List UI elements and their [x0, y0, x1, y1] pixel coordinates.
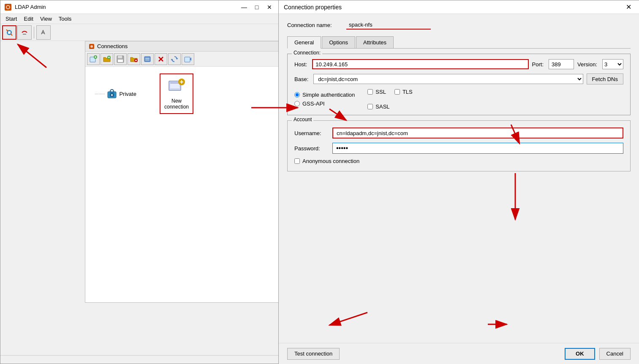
- tab-attributes[interactable]: Attributes: [356, 36, 394, 48]
- dialog-title: Connection properties: [284, 4, 623, 11]
- host-port-row: Host: Port: Version: 3 2: [294, 59, 623, 69]
- simple-auth-radio-input[interactable]: [294, 92, 300, 98]
- conn-save-button[interactable]: [114, 53, 127, 65]
- tls-checkbox[interactable]: TLS: [394, 89, 413, 95]
- ssl-checkbox-input[interactable]: [367, 89, 373, 95]
- host-label: Host:: [294, 61, 307, 68]
- main-title-bar: LDAP Admin — □ ✕: [0, 0, 278, 14]
- disconnect-button[interactable]: [17, 25, 32, 40]
- app-icon: [4, 3, 12, 11]
- username-row: Username:: [294, 128, 623, 139]
- version-select[interactable]: 3 2: [602, 59, 623, 69]
- menu-start[interactable]: Start: [2, 15, 20, 23]
- dialog-close-button[interactable]: ✕: [623, 3, 634, 11]
- anonymous-label: Anonymous connection: [302, 158, 359, 164]
- cancel-button[interactable]: Cancel: [599, 348, 631, 360]
- base-select[interactable]: dc=jnist,dc=com: [313, 74, 583, 84]
- simple-auth-label: Simple authentication: [302, 92, 355, 98]
- gss-api-radio-input[interactable]: [294, 101, 300, 106]
- auth-options: Simple authentication GSS-API: [294, 92, 355, 107]
- tab-general[interactable]: General: [287, 36, 321, 49]
- conn-folder2-button[interactable]: [128, 53, 140, 65]
- sasl-checkbox-input[interactable]: [367, 104, 373, 109]
- connection-name-row: Connection name:: [287, 21, 631, 30]
- edit-button[interactable]: [36, 25, 51, 40]
- connection-name-input[interactable]: [346, 21, 431, 30]
- password-input[interactable]: [332, 143, 623, 154]
- gss-api-radio[interactable]: GSS-API: [294, 101, 355, 107]
- conn-new-button[interactable]: [87, 53, 100, 65]
- account-section-label: Account: [292, 117, 313, 122]
- account-section: Account Username: Password: Anonymous co…: [287, 120, 631, 171]
- port-label: Port:: [532, 61, 544, 68]
- svg-rect-17: [144, 57, 150, 62]
- svg-rect-5: [8, 31, 11, 34]
- connections-toolbar: [85, 52, 279, 67]
- tls-label: TLS: [402, 89, 413, 95]
- port-input[interactable]: [549, 59, 574, 69]
- ok-button[interactable]: OK: [565, 348, 595, 360]
- username-input[interactable]: [332, 128, 623, 139]
- app-title: LDAP Admin: [15, 4, 239, 10]
- conn-delete-button[interactable]: [155, 53, 167, 65]
- svg-rect-20: [185, 57, 190, 62]
- security-options: SSL TLS SASL: [367, 89, 412, 110]
- password-row: Password:: [294, 143, 623, 154]
- new-connection-item[interactable]: New connection: [160, 73, 193, 114]
- base-label: Base:: [294, 76, 308, 82]
- menu-edit[interactable]: Edit: [20, 15, 36, 23]
- conn-server-button[interactable]: [141, 53, 154, 65]
- ssl-checkbox[interactable]: SSL: [367, 89, 386, 95]
- anonymous-checkbox[interactable]: [294, 158, 300, 164]
- sasl-label: SASL: [375, 103, 389, 110]
- main-window: LDAP Admin — □ ✕ Start Edit View Tools: [0, 0, 279, 364]
- connect-button[interactable]: [2, 25, 16, 40]
- connections-content: ········ Private: [85, 67, 279, 121]
- close-button[interactable]: ✕: [264, 3, 275, 11]
- svg-rect-6: [21, 29, 28, 36]
- svg-point-24: [111, 94, 113, 96]
- connections-panel: Connections: [85, 41, 279, 303]
- status-bar: [0, 355, 279, 364]
- svg-rect-18: [145, 58, 150, 59]
- fetch-dns-button[interactable]: Fetch DNs: [587, 73, 623, 84]
- dialog-footer: Test connection OK Cancel: [279, 343, 639, 364]
- private-group[interactable]: ········ Private: [92, 73, 143, 114]
- version-label: Version:: [577, 61, 597, 68]
- test-connection-button[interactable]: Test connection: [287, 348, 340, 360]
- password-label: Password:: [294, 145, 332, 152]
- host-input[interactable]: [312, 59, 528, 69]
- connection-name-label: Connection name:: [287, 22, 346, 28]
- conn-folder-button[interactable]: [101, 53, 113, 65]
- svg-rect-19: [145, 60, 150, 60]
- svg-rect-15: [118, 60, 123, 62]
- minimize-button[interactable]: —: [239, 3, 250, 11]
- svg-rect-14: [118, 56, 122, 58]
- sasl-row: SASL: [367, 103, 412, 110]
- svg-point-2: [7, 6, 9, 8]
- simple-auth-radio[interactable]: Simple authentication: [294, 92, 355, 98]
- menu-tools[interactable]: Tools: [55, 15, 75, 23]
- connection-section-label: Connection:: [292, 50, 322, 56]
- gss-api-label: GSS-API: [302, 101, 325, 107]
- dialog-body: Connection name: General Options Attribu…: [279, 14, 639, 178]
- connections-title: Connections: [97, 43, 128, 49]
- menu-view[interactable]: View: [37, 15, 55, 23]
- svg-rect-7: [40, 29, 47, 36]
- maximize-button[interactable]: □: [251, 3, 262, 11]
- connections-title-bar: Connections: [85, 41, 279, 52]
- tab-bar: General Options Attributes: [287, 36, 631, 49]
- svg-rect-27: [170, 82, 179, 84]
- sasl-checkbox[interactable]: SASL: [367, 103, 389, 110]
- dialog-title-bar: Connection properties ✕: [279, 0, 639, 14]
- new-connection-label: New connection: [164, 98, 189, 110]
- tls-checkbox-input[interactable]: [394, 89, 400, 95]
- username-label: Username:: [294, 130, 332, 136]
- anonymous-row[interactable]: Anonymous connection: [294, 158, 623, 164]
- private-label: Private: [119, 91, 136, 97]
- tab-options[interactable]: Options: [322, 36, 355, 48]
- conn-refresh-button[interactable]: [168, 53, 181, 65]
- svg-point-9: [90, 45, 93, 48]
- ssl-tls-row: SSL TLS: [367, 89, 412, 95]
- conn-export-button[interactable]: [182, 53, 194, 65]
